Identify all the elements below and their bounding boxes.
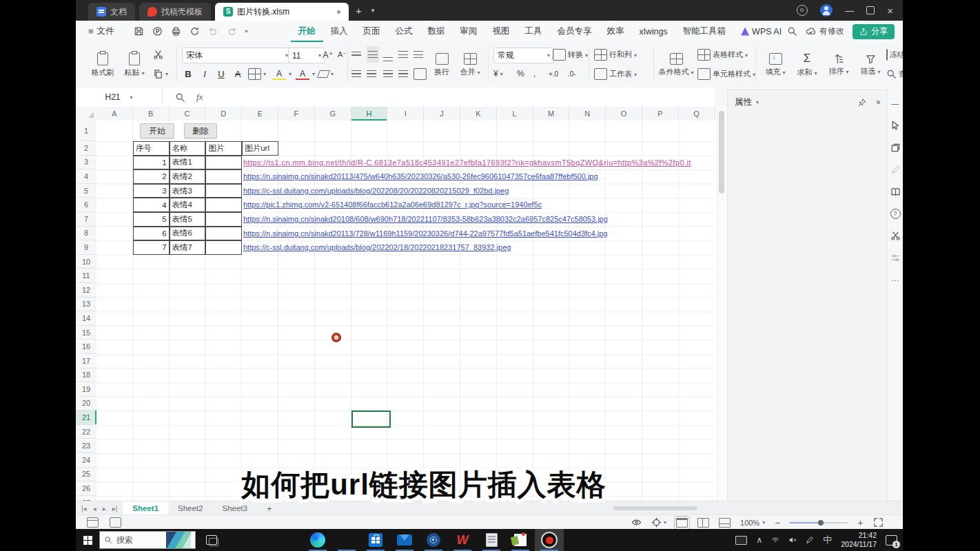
formula-input[interactable]: [203, 87, 715, 107]
eraser-button[interactable]: ▾: [318, 65, 334, 82]
column-header-K[interactable]: K: [460, 107, 497, 121]
column-header-N[interactable]: N: [569, 107, 606, 121]
table-cell-name[interactable]: 表情5: [170, 212, 206, 227]
table-cell-no[interactable]: 5: [133, 212, 170, 227]
undo-icon[interactable]: [208, 26, 218, 37]
menu-item-8[interactable]: 会员专享: [550, 21, 600, 42]
save-icon[interactable]: [134, 26, 144, 37]
selection-cursor-icon[interactable]: [890, 121, 901, 131]
row-header-22[interactable]: 22: [76, 425, 96, 439]
merge-cells-button[interactable]: 合并 ▾: [456, 44, 484, 85]
prev-sheet-icon[interactable]: ◂: [93, 505, 96, 512]
row-header-11[interactable]: 11: [76, 269, 96, 283]
column-header-E[interactable]: E: [242, 107, 278, 121]
menu-item-6[interactable]: 视图: [485, 21, 518, 42]
column-header-H[interactable]: H: [351, 107, 388, 121]
column-header-O[interactable]: O: [606, 107, 642, 121]
row-header-21[interactable]: 21: [76, 410, 96, 425]
sync-icon[interactable]: [190, 26, 200, 37]
fullscreen-icon[interactable]: [873, 517, 884, 528]
name-box[interactable]: H21▾: [76, 87, 163, 107]
zoom-out-button[interactable]: −: [775, 517, 780, 528]
table-cell-no[interactable]: 3: [133, 184, 170, 198]
page-layout-view-button[interactable]: [697, 518, 709, 528]
search-icon[interactable]: [787, 26, 797, 37]
number-format-select[interactable]: 常规▾: [493, 48, 554, 63]
ime-indicator[interactable]: 中: [823, 534, 832, 546]
theme-icon[interactable]: [797, 5, 808, 16]
start-button[interactable]: [76, 529, 99, 551]
sheet-tab-Sheet1[interactable]: Sheet1: [123, 501, 168, 515]
distributed-button[interactable]: [414, 65, 427, 82]
align-center-button[interactable]: [367, 65, 376, 82]
increase-font-button[interactable]: A⁺: [323, 46, 334, 63]
macro-record-icon[interactable]: [87, 517, 99, 528]
autosum-button[interactable]: Σ 求和 ▾: [791, 44, 823, 85]
menu-item-1[interactable]: 插入: [323, 21, 356, 42]
eye-protect-icon[interactable]: [631, 517, 642, 528]
vertical-scrollbar[interactable]: [717, 107, 726, 501]
selection-mode-icon[interactable]: [110, 517, 121, 528]
menu-item-7[interactable]: 工具: [518, 21, 550, 42]
tab-workbook-active[interactable]: 图片转换.xlsm: [215, 3, 349, 21]
table-style-button[interactable]: 表格样式 ▾: [697, 46, 748, 63]
bold-button[interactable]: B: [181, 65, 196, 82]
taskbar-app-edge[interactable]: [303, 529, 332, 551]
decrease-indent-button[interactable]: [398, 46, 408, 63]
pen-input-icon[interactable]: [806, 536, 814, 544]
format-painter-button[interactable]: 格式刷: [87, 44, 119, 85]
table-cell-picture[interactable]: [205, 227, 242, 241]
fx-button[interactable]: fx: [196, 92, 203, 103]
wrap-text-button[interactable]: 换行: [430, 44, 453, 85]
tab-list-dropdown[interactable]: ▾: [367, 0, 380, 21]
increase-indent-button[interactable]: [414, 46, 423, 63]
taskbar-app-notes[interactable]: [506, 529, 535, 551]
decrease-font-button[interactable]: A⁻: [338, 46, 347, 63]
column-header-B[interactable]: B: [133, 107, 170, 121]
align-middle-button[interactable]: [367, 46, 379, 63]
align-left-button[interactable]: [351, 65, 361, 82]
font-color-button[interactable]: A▾: [295, 65, 315, 82]
panel-close-icon[interactable]: ×: [876, 98, 881, 107]
first-sheet-icon[interactable]: |◂: [81, 505, 87, 512]
zoom-in-button[interactable]: +: [857, 517, 863, 528]
qat-dropdown-icon[interactable]: ▾: [245, 28, 248, 34]
taskbar-app-store[interactable]: [361, 529, 390, 551]
taskbar-app-wps[interactable]: W: [448, 529, 477, 551]
underline-button[interactable]: U: [214, 65, 229, 82]
hidden-icons-chevron[interactable]: ∧: [756, 535, 762, 545]
row-header-12[interactable]: 12: [76, 283, 96, 298]
align-right-button[interactable]: [383, 65, 393, 82]
macro-delete-button[interactable]: 删除: [184, 123, 217, 138]
italic-button[interactable]: I: [197, 65, 212, 82]
row-header-17[interactable]: 17: [76, 354, 96, 368]
table-cell-no[interactable]: 1: [133, 156, 170, 170]
vertical-scroll-thumb[interactable]: [719, 111, 724, 194]
center-view-button[interactable]: ▾: [651, 517, 666, 528]
row-header-15[interactable]: 15: [76, 326, 96, 340]
zoom-slider[interactable]: [790, 522, 848, 523]
table-cell-picture[interactable]: [205, 212, 242, 227]
table-cell-no[interactable]: 4: [133, 198, 170, 212]
font-name-select[interactable]: 宋体▾: [182, 48, 292, 63]
menu-item-12[interactable]: WPS AI: [733, 21, 789, 42]
row-header-10[interactable]: 10: [76, 255, 96, 269]
row-header-1[interactable]: 1: [76, 121, 96, 141]
horizontal-scrollbar[interactable]: [613, 506, 697, 510]
row-header-13[interactable]: 13: [76, 298, 96, 312]
row-header-26[interactable]: 26: [76, 481, 96, 496]
taskbar-app-hotspot[interactable]: [419, 529, 448, 551]
share-button[interactable]: 分享: [853, 24, 895, 39]
conditional-format-button[interactable]: 条件格式 ▾: [657, 44, 695, 85]
settings-toggle-icon[interactable]: [890, 253, 901, 263]
zoom-level-button[interactable]: 100%▾: [740, 519, 765, 527]
column-header-A[interactable]: A: [96, 107, 133, 121]
hamburger-icon[interactable]: ≡: [88, 26, 94, 37]
table-cell-no[interactable]: 2: [133, 169, 170, 184]
notification-center-icon[interactable]: 1: [886, 535, 897, 545]
menu-item-0[interactable]: 开始: [291, 21, 323, 42]
comma-style-button[interactable]: ,: [533, 65, 535, 82]
taskbar-app-explorer[interactable]: [332, 529, 361, 551]
menu-item-2[interactable]: 页面: [356, 21, 388, 42]
row-header-5[interactable]: 5: [76, 184, 96, 198]
